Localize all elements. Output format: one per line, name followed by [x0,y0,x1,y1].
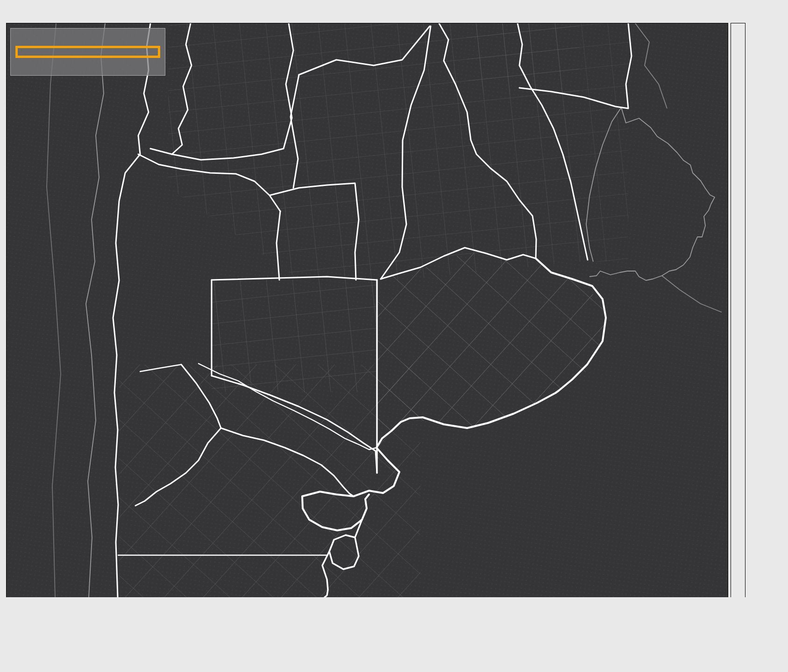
radar-map [7,23,728,597]
warning-box-inner [15,46,160,58]
footer [0,597,788,672]
radar-mosaic-figure [0,0,788,672]
warning-box [10,28,165,76]
colorbar-ticks [745,23,788,597]
colorbar [731,23,745,597]
